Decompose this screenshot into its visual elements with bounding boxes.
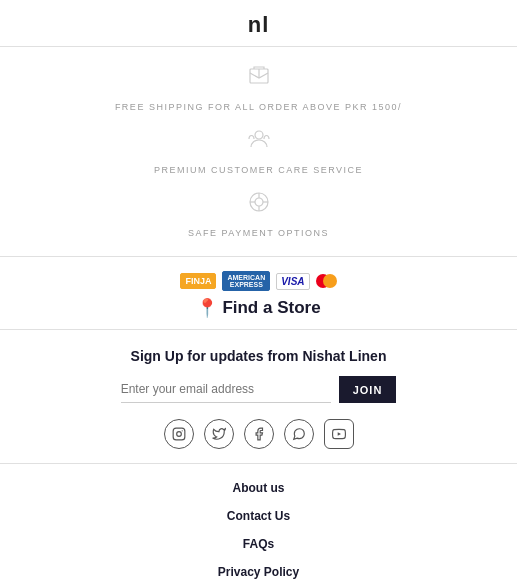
youtube-icon[interactable]: [324, 419, 354, 449]
footer-link-contact[interactable]: Contact Us: [0, 502, 517, 530]
shipping-label: FREE SHIPPING FOR ALL ORDER ABOVE PKR 15…: [115, 102, 402, 112]
footer-links: About us Contact Us FAQs Privacy Policy …: [0, 464, 517, 579]
feature-customer-care: PREMIUM CUSTOMER CARE SERVICE: [0, 120, 517, 183]
svg-point-2: [255, 131, 263, 139]
mastercard-badge: [316, 274, 337, 288]
features-section: FREE SHIPPING FOR ALL ORDER ABOVE PKR 15…: [0, 47, 517, 257]
svg-point-10: [176, 432, 181, 437]
svg-point-4: [255, 198, 263, 206]
customer-care-label: PREMIUM CUSTOMER CARE SERVICE: [154, 165, 363, 175]
signup-section: Sign Up for updates from Nishat Linen JO…: [0, 330, 517, 464]
safe-payment-icon: [0, 189, 517, 220]
instagram-icon[interactable]: [164, 419, 194, 449]
email-input[interactable]: [121, 376, 331, 403]
amex-badge: AMERICANEXPRESS: [222, 271, 270, 291]
social-icons: [0, 419, 517, 449]
site-logo[interactable]: nl: [0, 12, 517, 38]
signup-title: Sign Up for updates from Nishat Linen: [0, 348, 517, 364]
logo-section: nl: [0, 0, 517, 47]
visa-badge: VISA: [276, 273, 309, 290]
footer-link-about[interactable]: About us: [0, 474, 517, 502]
facebook-icon[interactable]: [244, 419, 274, 449]
twitter-icon[interactable]: [204, 419, 234, 449]
find-store-label: Find a Store: [222, 298, 320, 318]
safe-payment-label: SAFE PAYMENT OPTIONS: [188, 228, 329, 238]
feature-payment: SAFE PAYMENT OPTIONS: [0, 183, 517, 246]
payment-store-section: FINJA AMERICANEXPRESS VISA 📍 Find a Stor…: [0, 257, 517, 330]
customer-care-icon: [0, 126, 517, 157]
feature-shipping: FREE SHIPPING FOR ALL ORDER ABOVE PKR 15…: [0, 57, 517, 120]
footer-link-privacy[interactable]: Privacy Policy: [0, 558, 517, 579]
finja-badge: FINJA: [180, 273, 216, 289]
footer-link-faqs[interactable]: FAQs: [0, 530, 517, 558]
whatsapp-icon[interactable]: [284, 419, 314, 449]
join-button[interactable]: JOIN: [339, 376, 397, 403]
svg-point-11: [181, 430, 182, 431]
location-pin-icon: 📍: [196, 297, 218, 319]
svg-marker-12: [337, 432, 340, 436]
email-form: JOIN: [0, 376, 517, 403]
shipping-icon: [0, 63, 517, 94]
find-store[interactable]: 📍 Find a Store: [0, 297, 517, 319]
svg-rect-9: [173, 428, 185, 440]
payment-icons: FINJA AMERICANEXPRESS VISA: [0, 271, 517, 291]
